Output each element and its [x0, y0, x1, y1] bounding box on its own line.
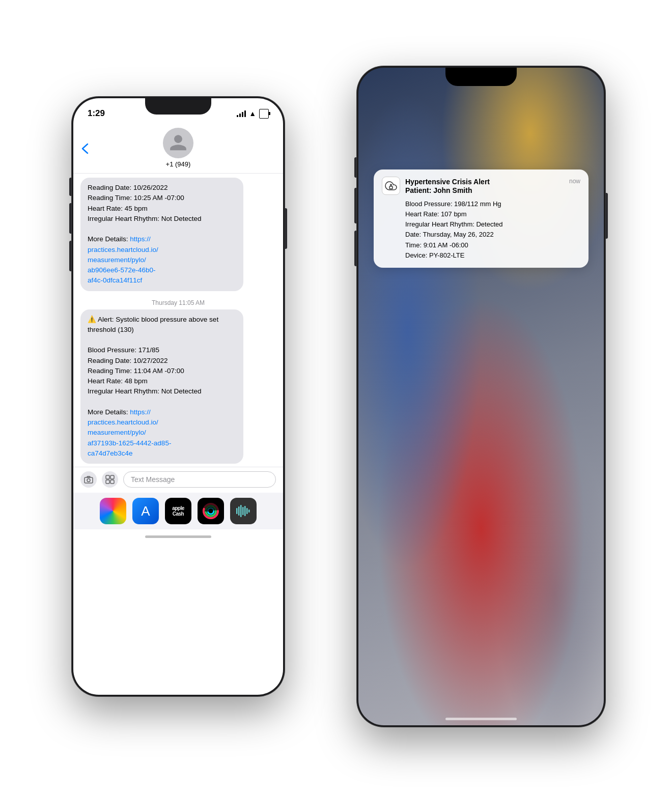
svg-rect-6 [110, 480, 114, 484]
lock-phone: Hypertensive Crisis Alert Patient: John … [356, 66, 606, 727]
msg2-timestamp: Thursday 11:05 AM [80, 299, 276, 306]
back-button[interactable] [81, 143, 89, 154]
msg2-text: ⚠️ Alert: Systolic blood pressure above … [88, 316, 218, 457]
camera-icon[interactable] [80, 471, 97, 488]
notif-body: Blood Pressure: 198/112 mm Hg Heart Rate… [405, 199, 580, 261]
message-bubble-1: Reading Date: 10/26/2022 Reading Time: 1… [80, 178, 243, 291]
dock-cash-icon[interactable]: appleCash [165, 498, 191, 524]
dock-waveform-icon[interactable] [230, 498, 257, 524]
notif-app-icon [382, 177, 400, 195]
svg-rect-14 [238, 506, 240, 516]
svg-rect-20 [389, 186, 393, 189]
svg-rect-17 [244, 506, 246, 516]
msg1-link[interactable]: https://practices.heartcloud.io/measurem… [88, 235, 158, 284]
notif-date: Date: Thursday, May 26, 2022 [405, 230, 580, 240]
notification-card[interactable]: Hypertensive Crisis Alert Patient: John … [374, 169, 589, 268]
home-indicator [73, 529, 283, 544]
text-message-input[interactable]: Text Message [123, 471, 276, 488]
dock-activity-icon[interactable] [198, 498, 224, 524]
wifi-icon: ▲ [249, 109, 256, 118]
lock-home-indicator [445, 718, 517, 720]
apps-icon[interactable] [102, 471, 118, 488]
cash-label: appleCash [172, 505, 184, 517]
notif-rhythm: Irregular Heart Rhythm: Detected [405, 219, 580, 230]
svg-rect-15 [240, 505, 242, 517]
svg-rect-0 [85, 477, 93, 483]
app-dock: A appleCash [73, 493, 283, 529]
dock-photos-icon[interactable] [100, 498, 126, 524]
status-time: 1:29 [88, 108, 105, 119]
notif-patient: Patient: John Smith [405, 186, 564, 194]
notif-header: Hypertensive Crisis Alert Patient: John … [382, 177, 580, 195]
notif-title: Hypertensive Crisis Alert [405, 177, 564, 186]
notif-hr: Heart Rate: 107 bpm [405, 209, 580, 219]
svg-rect-2 [87, 476, 90, 477]
status-icons: ▲ [237, 109, 269, 119]
battery-icon [259, 109, 269, 119]
input-placeholder: Text Message [131, 475, 175, 484]
lock-screen: Hypertensive Crisis Alert Patient: John … [358, 68, 604, 725]
sms-input-bar: Text Message [73, 467, 283, 493]
notif-title-area: Hypertensive Crisis Alert Patient: John … [405, 177, 564, 194]
avatar [163, 128, 193, 158]
svg-point-1 [87, 478, 90, 482]
notch [145, 98, 211, 115]
signal-icon [237, 110, 246, 117]
svg-rect-18 [246, 508, 248, 514]
contact-number: +1 (949) [166, 160, 191, 168]
sms-phone: 1:29 ▲ [71, 96, 285, 697]
notif-bp: Blood Pressure: 198/112 mm Hg [405, 199, 580, 209]
svg-rect-13 [236, 508, 238, 514]
svg-rect-16 [242, 507, 244, 515]
svg-rect-4 [110, 475, 114, 479]
sms-header: +1 (949) [73, 124, 283, 173]
msg1-text: Reading Date: 10/26/2022 Reading Time: 1… [88, 184, 202, 284]
sms-screen: 1:29 ▲ [73, 98, 283, 695]
notif-device: Device: PY-802-LTE [405, 250, 580, 261]
msg2-link[interactable]: https://practices.heartcloud.io/measurem… [88, 408, 171, 457]
notif-time: now [569, 178, 580, 185]
dock-appstore-icon[interactable]: A [132, 498, 159, 524]
notif-time-val: Time: 9:01 AM -06:00 [405, 240, 580, 250]
svg-rect-19 [248, 509, 250, 513]
svg-rect-3 [106, 475, 109, 479]
lock-notch [445, 68, 517, 86]
svg-rect-5 [106, 480, 109, 484]
header-divider [73, 173, 283, 174]
sms-messages: Reading Date: 10/26/2022 Reading Time: 1… [73, 178, 283, 467]
message-bubble-2: ⚠️ Alert: Systolic blood pressure above … [80, 309, 243, 464]
wallpaper [358, 68, 604, 725]
